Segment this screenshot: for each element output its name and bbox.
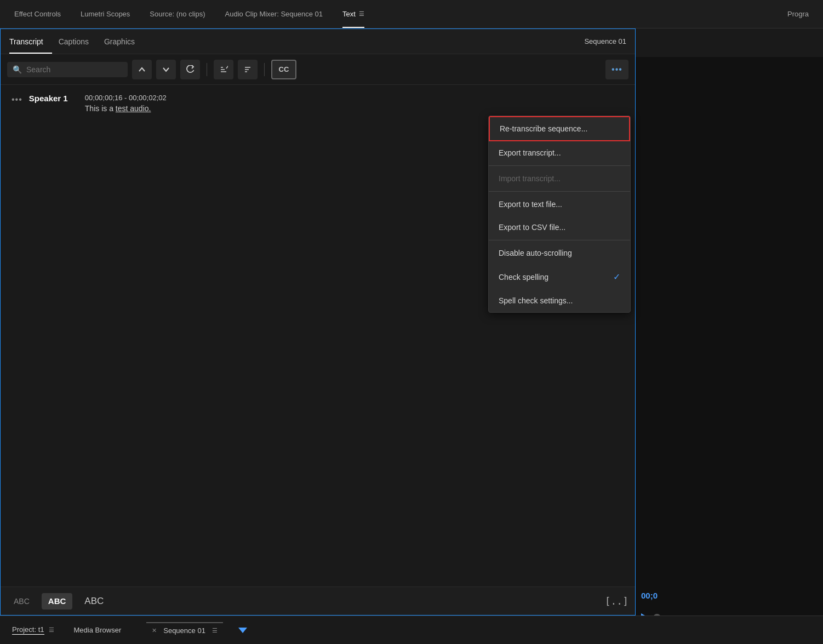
- sub-tab-transcript[interactable]: Transcript: [9, 29, 52, 54]
- sequence-close-icon[interactable]: ✕: [152, 627, 157, 634]
- playhead-arrow-icon: [238, 628, 247, 633]
- sequence-menu-icon: ☰: [212, 627, 218, 634]
- tab-text[interactable]: Text ☰: [333, 0, 374, 28]
- check-spelling-checkmark: ✓: [613, 272, 620, 282]
- sort-up-button[interactable]: [214, 60, 233, 79]
- speaker-row: ••• Speaker 1 00;00;00;16 - 00;00;02;02 …: [12, 94, 624, 113]
- bottom-bar: ABC ABC ABC [..]: [1, 586, 635, 615]
- tab-lumetri-scopes[interactable]: Lumetri Scopes: [71, 0, 140, 28]
- transcript-text: This is a test audio.: [85, 104, 167, 113]
- main-panel: Transcript Captions Graphics Sequence 01…: [0, 28, 636, 616]
- more-options-button[interactable]: •••: [605, 60, 628, 79]
- dropdown-item-import-transcript: Import transcript...: [489, 167, 630, 190]
- refresh-icon: [186, 65, 195, 74]
- style-bold-button[interactable]: ABC: [42, 593, 73, 610]
- sort-up-icon: [219, 65, 228, 74]
- sub-tab-bar: Transcript Captions Graphics Sequence 01: [1, 29, 635, 54]
- sub-tab-captions[interactable]: Captions: [59, 29, 98, 54]
- dropdown-item-export-transcript[interactable]: Export transcript...: [489, 141, 630, 164]
- dropdown-item-export-text[interactable]: Export to text file...: [489, 193, 630, 216]
- project-menu-icon: ☰: [49, 626, 54, 634]
- right-panel: 00;0: [636, 57, 823, 644]
- top-tab-bar: Effect Controls Lumetri Scopes Source: (…: [0, 0, 823, 28]
- footer-tab-project[interactable]: Project: t1 ☰: [7, 622, 60, 638]
- dropdown-item-export-csv[interactable]: Export to CSV file...: [489, 216, 630, 239]
- timecode-display: 00;0: [641, 591, 658, 600]
- content-area: ••• Speaker 1 00;00;00;16 - 00;00;02;02 …: [1, 85, 635, 586]
- sequence-label: Sequence 01: [584, 37, 626, 45]
- dropdown-separator-2: [489, 191, 630, 192]
- transcript-link[interactable]: test audio.: [116, 104, 151, 113]
- sort-down-icon: [243, 65, 252, 74]
- footer-arrow-area: [236, 628, 247, 633]
- footer-tab-media-browser[interactable]: Media Browser: [68, 623, 127, 637]
- footer-tab-sequence[interactable]: ✕ Sequence 01 ☰: [146, 622, 223, 638]
- toolbar-separator-2: [264, 63, 265, 76]
- tab-effect-controls[interactable]: Effect Controls: [4, 0, 71, 28]
- toolbar-separator-1: [207, 63, 207, 76]
- scroll-up-button[interactable]: [132, 60, 152, 79]
- cc-button[interactable]: CC: [271, 60, 296, 79]
- toolbar-right: •••: [605, 60, 628, 79]
- brackets-button[interactable]: [..]: [605, 595, 628, 607]
- dropdown-item-check-spelling[interactable]: Check spelling ✓: [489, 264, 630, 289]
- chevron-down-icon: [163, 67, 169, 72]
- dropdown-separator-3: [489, 240, 630, 240]
- timestamp: 00;00;00;16 - 00;00;02;02: [85, 94, 167, 102]
- style-normal-button[interactable]: ABC: [7, 593, 36, 610]
- dropdown-item-disable-scroll[interactable]: Disable auto-scrolling: [489, 242, 630, 264]
- style-large-button[interactable]: ABC: [78, 593, 110, 610]
- sort-down-button[interactable]: [238, 60, 258, 79]
- tab-source[interactable]: Source: (no clips): [140, 0, 215, 28]
- scroll-down-button[interactable]: [156, 60, 176, 79]
- dropdown-item-retranscribe[interactable]: Re-transcribe sequence...: [489, 116, 630, 141]
- search-icon: 🔍: [13, 65, 22, 74]
- dropdown-menu: Re-transcribe sequence... Export transcr…: [488, 116, 631, 313]
- tab-audio-clip-mixer[interactable]: Audio Clip Mixer: Sequence 01: [215, 0, 333, 28]
- speaker-name: Speaker 1: [29, 94, 78, 103]
- search-input[interactable]: [26, 65, 114, 74]
- refresh-button[interactable]: [180, 60, 200, 79]
- dropdown-item-spell-settings[interactable]: Spell check settings...: [489, 289, 630, 312]
- speaker-content: 00;00;00;16 - 00;00;02;02 This is a test…: [85, 94, 167, 113]
- toolbar: 🔍: [1, 54, 635, 85]
- sub-tab-graphics[interactable]: Graphics: [104, 29, 144, 54]
- tab-program[interactable]: Progra: [778, 0, 819, 28]
- tab-menu-icon: ☰: [359, 10, 364, 18]
- speaker-options-icon[interactable]: •••: [12, 95, 22, 105]
- chevron-up-icon: [139, 67, 145, 72]
- footer-bar: Project: t1 ☰ Media Browser ✕ Sequence 0…: [0, 616, 823, 644]
- search-box[interactable]: 🔍: [7, 62, 128, 77]
- dropdown-separator-1: [489, 165, 630, 166]
